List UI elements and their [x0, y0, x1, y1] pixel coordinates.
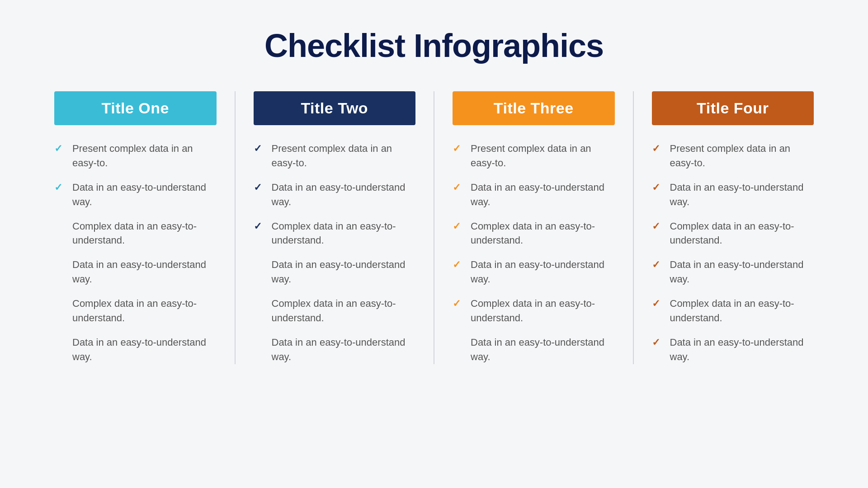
empty-check-icon: ✓	[54, 259, 67, 271]
col-three-header: Title Three	[453, 91, 615, 125]
check-icon: ✓	[254, 143, 266, 155]
col-two-header: Title Two	[254, 91, 416, 125]
item-text: Complex data in an easy-to-understand.	[72, 219, 217, 248]
item-text: Complex data in an easy-to-understand.	[72, 296, 217, 325]
check-icon: ✓	[254, 182, 266, 193]
list-item: ✓Complex data in an easy-to-understand.	[54, 296, 217, 325]
item-text: Data in an easy-to-understand way.	[471, 258, 615, 286]
check-icon: ✓	[652, 143, 665, 155]
item-text: Data in an easy-to-understand way.	[72, 335, 217, 364]
item-text: Present complex data in an easy-to.	[471, 141, 615, 170]
empty-check-icon: ✓	[54, 298, 67, 310]
item-text: Data in an easy-to-understand way.	[72, 258, 217, 286]
list-item: ✓Data in an easy-to-understand way.	[652, 180, 814, 209]
col-one-header-text: Title One	[102, 99, 169, 117]
col-four: Title Four✓Present complex data in an ea…	[634, 91, 832, 364]
list-item: ✓Data in an easy-to-understand way.	[453, 258, 615, 286]
list-item: ✓Complex data in an easy-to-understand.	[254, 296, 416, 325]
empty-check-icon: ✓	[254, 298, 266, 310]
check-icon: ✓	[652, 182, 665, 193]
item-text: Complex data in an easy-to-understand.	[471, 219, 615, 248]
item-text: Present complex data in an easy-to.	[72, 141, 217, 170]
check-icon: ✓	[453, 259, 465, 271]
item-text: Data in an easy-to-understand way.	[272, 258, 416, 286]
check-icon: ✓	[652, 298, 665, 310]
item-text: Data in an easy-to-understand way.	[670, 180, 814, 209]
item-text: Complex data in an easy-to-understand.	[272, 219, 416, 248]
list-item: ✓Present complex data in an easy-to.	[453, 141, 615, 170]
col-two-items: ✓Present complex data in an easy-to.✓Dat…	[254, 141, 416, 364]
check-icon: ✓	[254, 221, 266, 232]
item-text: Data in an easy-to-understand way.	[272, 180, 416, 209]
list-item: ✓Complex data in an easy-to-understand.	[453, 219, 615, 248]
check-icon: ✓	[453, 298, 465, 310]
item-text: Complex data in an easy-to-understand.	[272, 296, 416, 325]
empty-check-icon: ✓	[254, 259, 266, 271]
list-item: ✓Present complex data in an easy-to.	[254, 141, 416, 170]
check-icon: ✓	[652, 221, 665, 232]
columns-container: Title One✓Present complex data in an eas…	[36, 91, 832, 364]
empty-check-icon: ✓	[254, 337, 266, 348]
list-item: ✓Data in an easy-to-understand way.	[453, 335, 615, 364]
col-one: Title One✓Present complex data in an eas…	[36, 91, 236, 364]
check-icon: ✓	[54, 182, 67, 193]
col-four-header: Title Four	[652, 91, 814, 125]
list-item: ✓Data in an easy-to-understand way.	[254, 258, 416, 286]
list-item: ✓Data in an easy-to-understand way.	[652, 335, 814, 364]
item-text: Data in an easy-to-understand way.	[471, 180, 615, 209]
empty-check-icon: ✓	[453, 337, 465, 348]
col-three: Title Three✓Present complex data in an e…	[434, 91, 634, 364]
check-icon: ✓	[453, 221, 465, 232]
list-item: ✓Complex data in an easy-to-understand.	[652, 219, 814, 248]
item-text: Data in an easy-to-understand way.	[471, 335, 615, 364]
list-item: ✓Data in an easy-to-understand way.	[54, 335, 217, 364]
col-one-header: Title One	[54, 91, 217, 125]
item-text: Data in an easy-to-understand way.	[272, 335, 416, 364]
list-item: ✓Complex data in an easy-to-understand.	[254, 219, 416, 248]
col-four-header-text: Title Four	[697, 99, 769, 117]
item-text: Complex data in an easy-to-understand.	[670, 296, 814, 325]
list-item: ✓Present complex data in an easy-to.	[54, 141, 217, 170]
col-two-header-text: Title Two	[301, 99, 368, 117]
item-text: Complex data in an easy-to-understand.	[670, 219, 814, 248]
empty-check-icon: ✓	[54, 221, 67, 232]
check-icon: ✓	[54, 143, 67, 155]
list-item: ✓Complex data in an easy-to-understand.	[453, 296, 615, 325]
item-text: Data in an easy-to-understand way.	[72, 180, 217, 209]
col-three-items: ✓Present complex data in an easy-to.✓Dat…	[453, 141, 615, 364]
list-item: ✓Data in an easy-to-understand way.	[453, 180, 615, 209]
col-three-header-text: Title Three	[494, 99, 574, 117]
page-title: Checklist Infographics	[264, 27, 604, 64]
col-one-items: ✓Present complex data in an easy-to.✓Dat…	[54, 141, 217, 364]
check-icon: ✓	[453, 182, 465, 193]
item-text: Present complex data in an easy-to.	[670, 141, 814, 170]
col-four-items: ✓Present complex data in an easy-to.✓Dat…	[652, 141, 814, 364]
list-item: ✓Data in an easy-to-understand way.	[54, 258, 217, 286]
item-text: Data in an easy-to-understand way.	[670, 258, 814, 286]
list-item: ✓Data in an easy-to-understand way.	[652, 258, 814, 286]
item-text: Complex data in an easy-to-understand.	[471, 296, 615, 325]
item-text: Data in an easy-to-understand way.	[670, 335, 814, 364]
list-item: ✓Complex data in an easy-to-understand.	[54, 219, 217, 248]
check-icon: ✓	[652, 259, 665, 271]
check-icon: ✓	[453, 143, 465, 155]
list-item: ✓Present complex data in an easy-to.	[652, 141, 814, 170]
list-item: ✓Data in an easy-to-understand way.	[54, 180, 217, 209]
check-icon: ✓	[652, 337, 665, 348]
list-item: ✓Data in an easy-to-understand way.	[254, 335, 416, 364]
list-item: ✓Data in an easy-to-understand way.	[254, 180, 416, 209]
list-item: ✓Complex data in an easy-to-understand.	[652, 296, 814, 325]
empty-check-icon: ✓	[54, 337, 67, 348]
col-two: Title Two✓Present complex data in an eas…	[236, 91, 435, 364]
item-text: Present complex data in an easy-to.	[272, 141, 416, 170]
